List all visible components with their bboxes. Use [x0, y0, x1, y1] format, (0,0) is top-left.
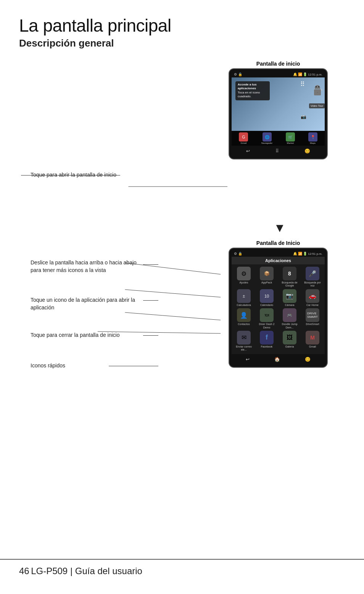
busqueda-icon: 8 [283, 267, 296, 280]
tooltip-line2: aplicaciones [238, 87, 267, 90]
cam-label: Cámara [285, 304, 295, 307]
bottom-phone-screen: ⚙ 🔒 🔔 📶 🔋 12:51 p.m. Aplicaciones [232, 251, 325, 365]
app-tap-text: Toque un icono de la aplicación para abr… [31, 296, 141, 311]
menu-icon-bottom[interactable]: 😊 [305, 357, 311, 362]
arrow-down: ▼ [274, 221, 286, 235]
quick-icons-text: Iconos rápidos [31, 362, 107, 370]
page-content: La pantalla principal Descripción genera… [0, 0, 364, 419]
galeria-label: Galería [285, 345, 294, 348]
maps-icon-top[interactable]: 📍 Maps [308, 132, 317, 144]
status-right-bottom: 🔔 📶 🔋 12:51 p.m. [293, 252, 322, 256]
app-contacts[interactable]: 👤 Contactos [233, 308, 254, 329]
battery-icon: 🔋 [303, 72, 307, 76]
doodle-label: Doodle Jump Dem... [279, 323, 300, 329]
notification-icon: 🔔 [293, 72, 297, 76]
status-bar-bottom: ⚙ 🔒 🔔 📶 🔋 12:51 p.m. [232, 251, 325, 257]
notification-icon-b: 🔔 [293, 252, 297, 256]
top-phone-section: Pantalla de inicio ⚙ 🔒 🔔 📶 🔋 12:51 [223, 61, 333, 159]
facebook-icon: f [260, 331, 274, 344]
contacts-label: Contactos [238, 323, 250, 326]
diagram-area: Pantalla de inicio ⚙ 🔒 🔔 📶 🔋 12:51 [19, 61, 345, 404]
bottom-apps-row-top: G Gmail 🌐 Navegador 🛒 Market 📍 [232, 131, 325, 146]
bottom-phone-mockup: ⚙ 🔒 🔔 📶 🔋 12:51 p.m. Aplicaciones [229, 248, 328, 368]
back-icon-top[interactable]: ↩ [246, 148, 250, 154]
lock-icon-b: 🔒 [238, 252, 242, 256]
back-icon-bottom[interactable]: ↩ [246, 357, 250, 362]
calc-label: Calculadora [237, 304, 251, 307]
app-grid-body: ⚙ Ajustes 📦 AppPack 8 Búsqueda de Google [232, 264, 325, 354]
menu-icon-top[interactable]: 😊 [304, 148, 310, 154]
gmail-icon-b: M [306, 331, 319, 344]
app-calendar[interactable]: 10 Calendario [256, 289, 277, 307]
ajustes-label: Ajustes [240, 281, 248, 284]
scroll-line [143, 264, 158, 265]
app-carhome[interactable]: 🚗 Car Home [302, 289, 323, 307]
app-email[interactable]: ✉ Enviar correo ele... [233, 331, 254, 352]
svg-line-3 [125, 312, 221, 320]
top-section-label: Pantalla de inicio [223, 61, 333, 67]
footer-page-number: 46 [19, 566, 29, 576]
app-apppack[interactable]: 📦 AppPack [256, 267, 277, 288]
email-icon: ✉ [237, 331, 251, 344]
app-calc[interactable]: ± Calculadora [233, 289, 254, 307]
galeria-icon: 🖼 [283, 331, 296, 344]
close-annotation-text: Toque para cerrar la pantalla de inicio [31, 332, 141, 339]
wallpaper-area-top: Accede a tus aplicaciones Toca en el íco… [232, 77, 325, 131]
android-mascot: ▪ [314, 85, 321, 95]
market-icon-top[interactable]: 🛒 Market [286, 132, 295, 144]
app-camera[interactable]: 📷 Cámara [279, 289, 300, 307]
settings-icon: ⚙ [234, 72, 237, 76]
app-drive[interactable]: DRIVESMART DriveSmart [302, 308, 323, 329]
battery-icon-b: 🔋 [303, 252, 307, 256]
quick-icons-annotation: Iconos rápidos [31, 362, 107, 370]
voice-label: Búsqueda por voz [302, 281, 323, 288]
scroll-annotation-text: Deslice la pantalla hacia arriba o hacia… [31, 259, 141, 274]
footer: 46 LG-P509 | Guía del usuario [0, 559, 364, 583]
settings-icon-b: ⚙ [234, 252, 237, 256]
signal-icon-b: 📶 [298, 252, 302, 256]
cal-label: Calendario [260, 304, 273, 307]
time-display: 12:51 p.m. [308, 73, 322, 76]
tooltip-line1: Accede a tus [238, 83, 267, 87]
home-icon-top[interactable]: ⠿ [275, 148, 279, 154]
app-grid-title: Aplicaciones [232, 257, 325, 264]
lock-icon: 🔒 [238, 72, 242, 76]
tooltip-line3: Toca en el ícono [238, 91, 267, 95]
app-doodle[interactable]: 🎮 Doodle Jump Dem... [279, 308, 300, 329]
navegador-icon-top[interactable]: 🌐 Navegador [261, 132, 272, 144]
time-display-b: 12:51 p.m. [308, 252, 322, 256]
top-phone-mockup: ⚙ 🔒 🔔 📶 🔋 12:51 p.m. [229, 68, 328, 159]
app-busqueda[interactable]: 8 Búsqueda de Google [279, 267, 300, 288]
top-annotation: Toque para abrir la pantalla de inicio [31, 171, 116, 179]
carhome-icon: 🚗 [306, 289, 319, 303]
app-galeria[interactable]: 🖼 Galería [279, 331, 300, 352]
diner-label: Diner Dash 2 Demo [256, 323, 277, 329]
top-annotation-line [21, 175, 120, 175]
gmail-label-b: Gmail [309, 345, 316, 348]
app-diner[interactable]: 🍽 Diner Dash 2 Demo [256, 308, 277, 329]
app-voice[interactable]: 🎤 Búsqueda por voz [302, 267, 323, 288]
doodle-icon: 🎮 [283, 308, 296, 322]
ajustes-icon: ⚙ [237, 267, 251, 280]
footer-product: LG-P509 | Guía del usuario [31, 566, 142, 576]
gmail-icon-top[interactable]: G Gmail [239, 132, 248, 144]
video-tour-button[interactable]: Video Tour [309, 103, 325, 108]
close-annotation: Toque para cerrar la pantalla de inicio [31, 332, 141, 339]
nav-bar-bottom: ↩ 🏠 😊 [232, 354, 325, 365]
tooltip-box: Accede a tus aplicaciones Toca en el íco… [235, 81, 270, 100]
nav-bar-top: ↩ ⠿ 😊 [232, 146, 325, 156]
camera-icon: 📷 [301, 114, 306, 119]
apps-grid-button[interactable]: ⠿ [300, 80, 305, 88]
app-facebook[interactable]: f Facebook [256, 331, 277, 352]
app-gmail[interactable]: M Gmail [302, 331, 323, 352]
drive-icon: DRIVESMART [306, 308, 319, 322]
app-ajustes[interactable]: ⚙ Ajustes [233, 267, 254, 288]
tooltip-line4: cuadrado. [238, 95, 267, 98]
cal-icon: 10 [260, 289, 274, 303]
email-label: Enviar correo ele... [233, 345, 254, 352]
voice-icon: 🎤 [306, 267, 319, 280]
diner-icon: 🍽 [260, 308, 274, 322]
home-icon-bottom[interactable]: 🏠 [274, 357, 280, 362]
signal-icon: 📶 [298, 72, 302, 76]
status-left-bottom: ⚙ 🔒 [234, 252, 242, 256]
